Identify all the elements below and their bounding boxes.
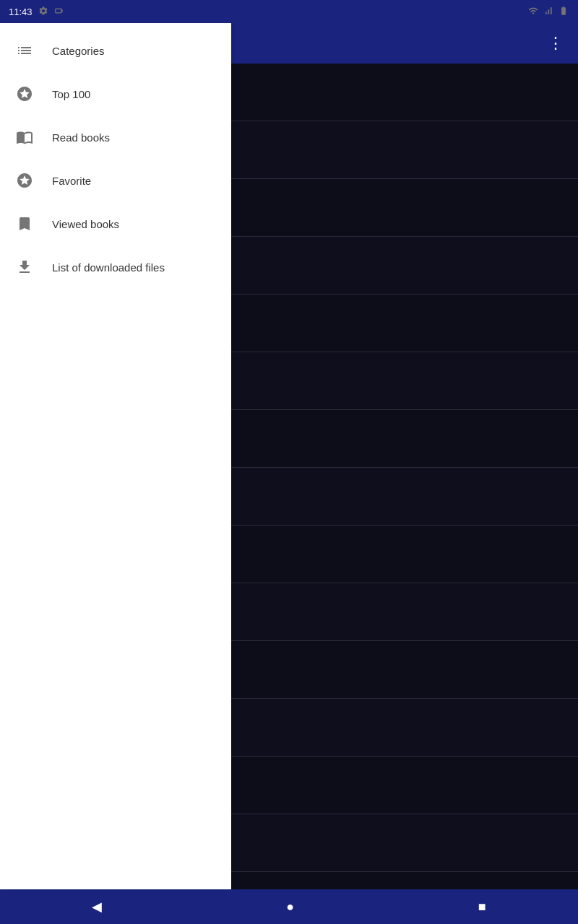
sidebar: Categories Top 100 Read books [0, 23, 231, 889]
download-icon [14, 257, 35, 277]
sidebar-item-top100[interactable]: Top 100 [0, 72, 231, 116]
wifi-icon [527, 6, 539, 18]
back-button[interactable]: ◀ [74, 893, 119, 920]
sidebar-item-favorite[interactable]: Favorite [0, 159, 231, 202]
list-item[interactable] [231, 410, 578, 468]
list-item[interactable] [231, 352, 578, 410]
bottom-nav: ◀ ● ■ [0, 889, 578, 924]
list-item[interactable] [231, 583, 578, 641]
top100-icon [14, 84, 35, 104]
viewed-books-icon [14, 214, 35, 234]
list-item[interactable] [231, 641, 578, 699]
list-item[interactable] [231, 814, 578, 872]
status-bar-left: 11:43 [9, 6, 64, 18]
read-books-label: Read books [52, 131, 110, 144]
battery-icon [558, 6, 569, 18]
sidebar-item-downloaded[interactable]: List of downloaded files [0, 245, 231, 289]
main-layout: Categories Top 100 Read books [0, 23, 578, 889]
list-item[interactable] [231, 757, 578, 814]
list-container[interactable] [231, 64, 578, 889]
battery-saver-icon [54, 6, 64, 18]
list-item[interactable] [231, 526, 578, 583]
sidebar-item-viewed-books[interactable]: Viewed books [0, 202, 231, 245]
recent-button[interactable]: ■ [461, 894, 504, 920]
content-area: ⋮ [231, 23, 578, 889]
status-bar: 11:43 [0, 0, 578, 23]
favorite-icon [14, 170, 35, 191]
signal-icon [543, 6, 553, 18]
viewed-books-label: Viewed books [52, 218, 119, 230]
list-item[interactable] [231, 121, 578, 179]
sidebar-item-categories[interactable]: Categories [0, 29, 231, 72]
categories-label: Categories [52, 45, 105, 57]
list-item[interactable] [231, 699, 578, 757]
list-item[interactable] [231, 179, 578, 237]
settings-icon [38, 6, 48, 18]
list-icon [14, 40, 35, 61]
read-books-icon [14, 127, 35, 147]
top100-label: Top 100 [52, 88, 90, 100]
list-item[interactable] [231, 237, 578, 295]
more-options-icon[interactable]: ⋮ [545, 31, 566, 56]
list-item[interactable] [231, 468, 578, 526]
downloaded-label: List of downloaded files [52, 261, 165, 274]
home-button[interactable]: ● [269, 894, 311, 920]
status-bar-right [527, 6, 569, 18]
list-item[interactable] [231, 872, 578, 889]
favorite-label: Favorite [52, 175, 91, 187]
list-item[interactable] [231, 295, 578, 352]
status-time: 11:43 [9, 6, 33, 17]
content-toolbar: ⋮ [231, 23, 578, 64]
sidebar-item-read-books[interactable]: Read books [0, 116, 231, 159]
list-item[interactable] [231, 64, 578, 121]
